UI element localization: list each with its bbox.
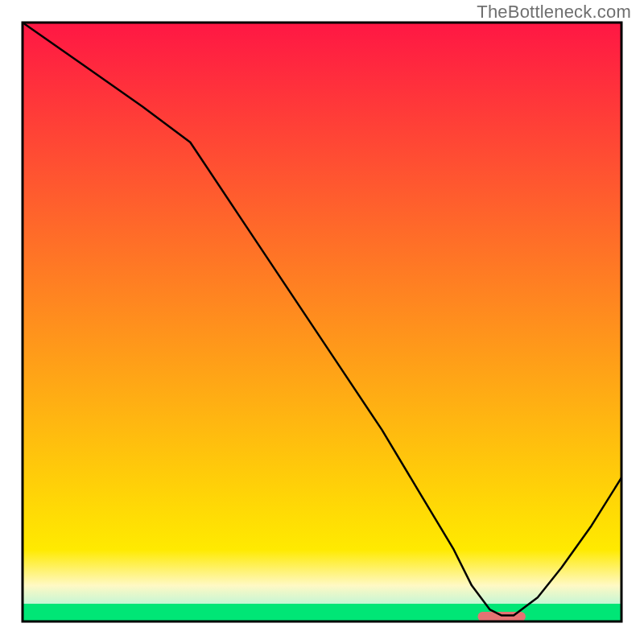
watermark-text: TheBottleneck.com [477,2,631,23]
chart-background [23,23,621,621]
optimal-marker [477,612,526,621]
chart-svg [0,0,644,644]
chart-container: TheBottleneck.com [0,0,644,644]
